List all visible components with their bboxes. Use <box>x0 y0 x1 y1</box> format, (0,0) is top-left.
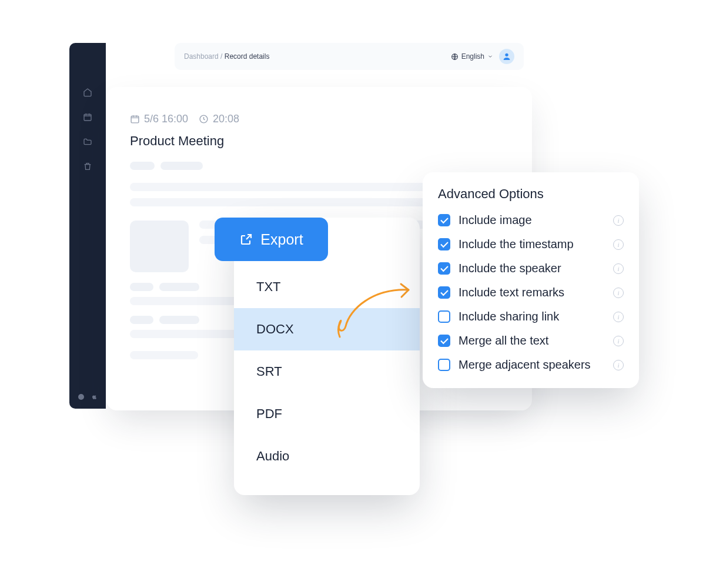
option-label: Include image <box>459 213 605 227</box>
info-icon[interactable]: i <box>613 336 624 346</box>
export-format-docx[interactable]: DOCX <box>234 308 420 350</box>
avatar[interactable] <box>499 49 514 64</box>
calendar-icon <box>130 114 140 124</box>
option-label: Merge all the text <box>459 334 605 348</box>
option-label: Merge adjacent speakers <box>459 358 605 372</box>
language-label: English <box>461 52 484 61</box>
apple-icon[interactable] <box>91 393 98 400</box>
date-text: 5/6 16:00 <box>144 113 188 125</box>
svg-point-1 <box>78 394 84 400</box>
option-checkbox[interactable] <box>438 310 450 323</box>
browser-icon[interactable] <box>78 393 85 400</box>
info-icon[interactable]: i <box>613 312 624 322</box>
option-checkbox[interactable] <box>438 286 450 299</box>
export-format-txt[interactable]: TXT <box>234 266 420 308</box>
skeleton-tags <box>130 162 508 170</box>
export-icon <box>239 232 253 246</box>
options-title: Advanced Options <box>438 186 624 202</box>
option-row: Merge adjacent speakersi <box>438 358 624 372</box>
breadcrumb-current: Record details <box>225 52 270 61</box>
option-checkbox[interactable] <box>438 335 450 347</box>
user-icon <box>502 52 511 61</box>
option-row: Include sharing linki <box>438 310 624 323</box>
trash-icon[interactable] <box>82 161 93 172</box>
option-row: Include the speakeri <box>438 262 624 275</box>
option-label: Include text remarks <box>459 286 605 299</box>
option-row: Merge all the texti <box>438 334 624 348</box>
header-bar: Dashboard / Record details English <box>175 43 524 70</box>
info-icon[interactable]: i <box>613 239 624 250</box>
info-icon[interactable]: i <box>613 360 624 370</box>
option-row: Include text remarksi <box>438 286 624 299</box>
option-checkbox[interactable] <box>438 262 450 275</box>
export-button[interactable]: Export <box>215 218 328 261</box>
duration-meta: 20:08 <box>199 113 239 125</box>
option-label: Include the timestamp <box>459 238 605 251</box>
option-checkbox[interactable] <box>438 359 450 371</box>
export-format-pdf[interactable]: PDF <box>234 393 420 435</box>
svg-point-3 <box>505 54 508 56</box>
option-label: Include the speaker <box>459 262 605 275</box>
breadcrumb-root[interactable]: Dashboard <box>184 52 219 61</box>
breadcrumb[interactable]: Dashboard / Record details <box>184 52 269 61</box>
clock-icon <box>199 114 209 124</box>
info-icon[interactable]: i <box>613 288 624 298</box>
svg-rect-0 <box>84 114 91 121</box>
globe-icon <box>451 53 459 61</box>
option-label: Include sharing link <box>459 310 605 323</box>
duration-text: 20:08 <box>213 113 239 125</box>
chevron-down-icon <box>487 54 493 59</box>
record-title: Product Meeting <box>130 133 508 149</box>
option-row: Include the timestampi <box>438 238 624 251</box>
info-icon[interactable]: i <box>613 263 624 274</box>
folder-icon[interactable] <box>82 136 93 147</box>
export-format-audio[interactable]: Audio <box>234 435 420 477</box>
info-icon[interactable]: i <box>613 215 624 226</box>
sidebar <box>69 43 106 409</box>
advanced-options-panel: Advanced Options Include imageiInclude t… <box>423 172 639 388</box>
calendar-icon[interactable] <box>82 112 93 122</box>
option-row: Include imagei <box>438 213 624 227</box>
home-icon[interactable] <box>82 87 93 98</box>
svg-rect-4 <box>131 116 139 123</box>
date-meta: 5/6 16:00 <box>130 113 188 125</box>
export-label: Export <box>260 231 303 248</box>
language-selector[interactable]: English <box>451 52 493 61</box>
export-format-srt[interactable]: SRT <box>234 350 420 393</box>
option-checkbox[interactable] <box>438 238 450 250</box>
option-checkbox[interactable] <box>438 214 450 226</box>
